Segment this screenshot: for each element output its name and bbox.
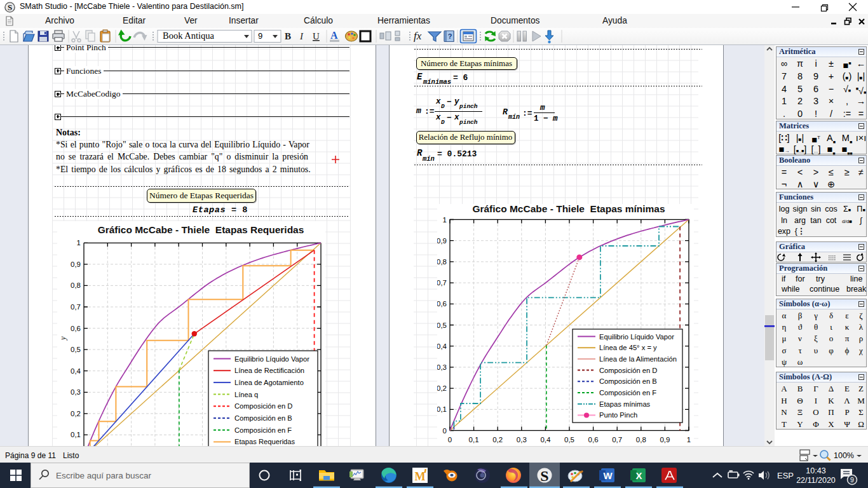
svg-text:0,7: 0,7 [71,303,81,311]
svg-text:0,2: 0,2 [71,410,81,417]
svg-text:0,3: 0,3 [71,388,81,396]
svg-text:0,6: 0,6 [437,300,447,308]
svg-text:0,5: 0,5 [564,436,574,444]
svg-text:0,4: 0,4 [540,436,551,444]
svg-text:?: ? [448,32,452,40]
svg-text:0,4: 0,4 [71,367,81,375]
svg-text:Escribe aquí para buscar: Escribe aquí para buscar [56,471,152,480]
svg-text:Composición en F: Composición en F [234,426,292,434]
svg-text:Equilibrio Líquido Vapor: Equilibrio Líquido Vapor [599,333,674,341]
svg-text:0,8: 0,8 [71,281,81,289]
svg-text:10:43: 10:43 [806,466,825,475]
svg-text:Composición en B: Composición en B [234,414,292,422]
svg-text:0,5: 0,5 [437,322,447,329]
svg-text:0,9: 0,9 [71,261,81,268]
svg-text:0,7: 0,7 [612,436,622,444]
svg-text:0,9: 0,9 [437,237,447,245]
svg-text:0,6: 0,6 [588,436,599,444]
svg-text:Equilibrio Líquido Vapor: Equilibrio Líquido Vapor [234,355,309,363]
svg-text:Línea de Rectificación: Línea de Rectificación [234,367,304,374]
svg-text:fx: fx [414,30,422,42]
svg-text:100%: 100% [834,451,854,460]
svg-text:0,2: 0,2 [437,384,447,392]
svg-text:Línea de la Alimentación: Línea de la Alimentación [599,355,677,363]
svg-text:S: S [8,3,12,12]
svg-text:0,6: 0,6 [71,325,81,332]
svg-text:0,1: 0,1 [437,405,447,413]
svg-text:Composición en B: Composición en B [599,377,657,385]
svg-text:Gráfico McCabe - Thiele Etapa: Gráfico McCabe - Thiele Etapas mínimas [472,204,665,214]
svg-text:M: M [415,470,426,483]
svg-text:S: S [540,468,548,484]
svg-text:0,2: 0,2 [492,436,503,444]
svg-text:0,3: 0,3 [437,363,447,371]
svg-text:1: 1 [687,436,691,444]
svg-text:y: y [58,336,67,341]
svg-text:Composición en D: Composición en D [234,402,292,410]
svg-text:Línea q: Línea q [234,391,258,398]
svg-text:Book Antiqua: Book Antiqua [163,30,215,41]
svg-text:X: X [635,470,642,481]
svg-text:A: A [330,30,338,41]
svg-text:Etapas Requeridas: Etapas Requeridas [234,438,295,445]
svg-text:W: W [603,470,613,481]
svg-text:B: B [285,31,291,41]
svg-text:0: 0 [443,427,447,435]
svg-text:0,4: 0,4 [437,342,447,350]
svg-text:Punto Pinch: Punto Pinch [599,411,637,419]
svg-text:0,1: 0,1 [71,431,81,438]
svg-text:U: U [313,31,320,41]
svg-text:0,8: 0,8 [437,258,447,266]
svg-text:0,9: 0,9 [660,436,670,444]
svg-text:1: 1 [443,216,447,224]
svg-text:0,5: 0,5 [71,346,81,353]
svg-text:0,7: 0,7 [437,279,447,287]
svg-text:0,1: 0,1 [469,436,479,444]
svg-text:Gráfico McCabe - Thiele Etapa: Gráfico McCabe - Thiele Etapas Requerida… [98,224,304,235]
svg-text:9: 9 [850,476,854,484]
svg-text:0: 0 [448,436,452,444]
svg-text:1: 1 [77,239,81,247]
svg-text:Línea de 45° x = y: Línea de 45° x = y [599,344,657,351]
svg-text:22/11/2020: 22/11/2020 [796,476,836,485]
svg-text:Composición en D: Composición en D [599,367,657,374]
svg-text:Etapas mínimas: Etapas mínimas [599,400,651,408]
svg-text:Línea de Agotamiento: Línea de Agotamiento [234,379,304,386]
svg-text:0,3: 0,3 [517,436,527,444]
svg-text:9: 9 [258,31,262,41]
svg-text:I: I [299,31,304,41]
svg-text:0,8: 0,8 [636,436,646,444]
svg-text:Composición en F: Composición en F [599,389,656,396]
svg-text:ESP: ESP [777,471,794,480]
